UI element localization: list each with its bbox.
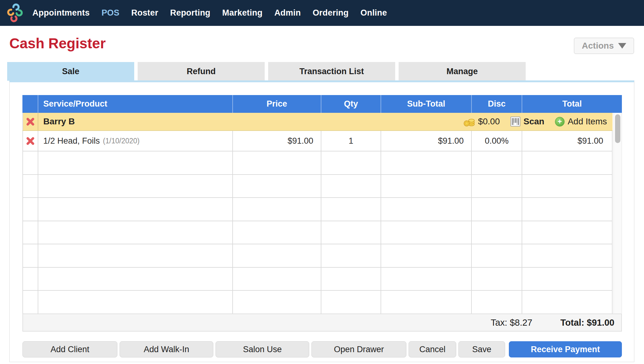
table-header-row: Service/Product Price Qty Sub-Total Disc… <box>22 95 622 113</box>
item-price-cell: $91.00 <box>233 131 321 151</box>
empty-cell <box>522 221 613 244</box>
nav-menu: AppointmentsPOSRosterReportingMarketingA… <box>32 8 387 18</box>
bottom-button-bar: Add ClientAdd Walk-InSalon UseOpen Drawe… <box>22 341 622 357</box>
empty-cell <box>522 175 613 198</box>
empty-cell <box>22 198 38 221</box>
nav-item-ordering[interactable]: Ordering <box>313 8 349 18</box>
tab-sale[interactable]: Sale <box>7 62 134 81</box>
empty-cell <box>472 175 522 198</box>
save-button[interactable]: Save <box>458 341 505 357</box>
actions-button[interactable]: Actions <box>574 38 634 54</box>
empty-cell <box>522 198 613 221</box>
register-tabs: SaleRefundTransaction ListManage <box>7 62 526 81</box>
cancel-button[interactable]: Cancel <box>409 341 456 357</box>
client-row-tools: $0.00 Scan + Add Items <box>464 117 613 127</box>
empty-row <box>22 291 613 314</box>
empty-cell <box>381 175 472 198</box>
add-items-button[interactable]: + Add Items <box>555 117 607 127</box>
remove-item-button[interactable] <box>22 131 38 151</box>
item-subtotal-cell: $91.00 <box>381 131 472 151</box>
receive-payment-button[interactable]: Receive Payment <box>509 341 622 357</box>
brand-logo-icon[interactable] <box>7 3 23 23</box>
page-title: Cash Register <box>9 35 106 52</box>
barcode-icon <box>510 117 520 127</box>
empty-cell <box>22 175 38 198</box>
empty-cell <box>472 151 522 174</box>
top-nav-bar: AppointmentsPOSRosterReportingMarketingA… <box>0 0 644 26</box>
client-balance-value: $0.00 <box>478 117 500 127</box>
empty-cell <box>38 221 233 244</box>
empty-cell <box>522 151 613 174</box>
empty-cell <box>321 244 381 267</box>
empty-cell <box>38 291 233 314</box>
item-service-product-cell: 1/2 Head, Foils (1/10/2020) <box>38 131 233 151</box>
nav-item-admin[interactable]: Admin <box>274 8 301 18</box>
salon-use-button[interactable]: Salon Use <box>215 341 309 357</box>
remove-client-button[interactable] <box>22 113 38 130</box>
actions-button-label: Actions <box>582 41 614 51</box>
scan-button[interactable]: Scan <box>510 117 544 127</box>
empty-cell <box>381 198 472 221</box>
column-header-qty: Qty <box>321 95 381 113</box>
empty-cell <box>321 291 381 314</box>
empty-cell <box>522 291 613 314</box>
empty-cell <box>38 151 233 174</box>
empty-cell <box>22 221 38 244</box>
empty-cell <box>22 151 38 174</box>
item-date: (1/10/2020) <box>103 137 140 145</box>
nav-item-marketing[interactable]: Marketing <box>222 8 263 18</box>
chevron-down-icon <box>618 43 626 49</box>
empty-cell <box>472 244 522 267</box>
empty-cell <box>233 221 321 244</box>
tab-transaction-list[interactable]: Transaction List <box>268 62 395 81</box>
column-header-total: Total <box>522 95 622 113</box>
tab-manage[interactable]: Manage <box>399 62 526 81</box>
empty-rows <box>22 151 613 314</box>
nav-item-roster[interactable]: Roster <box>131 8 159 18</box>
empty-cell <box>233 151 321 174</box>
nav-item-reporting[interactable]: Reporting <box>170 8 210 18</box>
add-items-label: Add Items <box>568 117 607 127</box>
item-name: 1/2 Head, Foils <box>43 136 100 146</box>
empty-cell <box>22 244 38 267</box>
empty-cell <box>381 268 472 290</box>
client-row-content: Barry B $0.00 Scan + <box>38 113 613 130</box>
empty-cell <box>381 151 472 174</box>
client-name: Barry B <box>38 117 75 127</box>
add-walk-in-button[interactable]: Add Walk-In <box>120 341 213 357</box>
empty-cell <box>321 175 381 198</box>
empty-cell <box>321 268 381 290</box>
column-header-subtotal: Sub-Total <box>381 95 472 113</box>
table-scrollbar-thumb[interactable] <box>615 114 620 143</box>
empty-cell <box>38 175 233 198</box>
empty-cell <box>233 175 321 198</box>
coins-icon <box>464 117 475 127</box>
totals-bar: Tax: $8.27 Total: $91.00 <box>22 314 622 332</box>
item-total-cell: $91.00 <box>522 131 613 151</box>
empty-cell <box>381 221 472 244</box>
empty-cell <box>321 151 381 174</box>
empty-cell <box>381 244 472 267</box>
open-drawer-button[interactable]: Open Drawer <box>311 341 406 357</box>
table-body: Barry B $0.00 Scan + <box>22 113 613 314</box>
empty-cell <box>233 268 321 290</box>
nav-item-online[interactable]: Online <box>361 8 387 18</box>
tab-refund[interactable]: Refund <box>138 62 265 81</box>
tax-total: Tax: $8.27 <box>491 318 533 328</box>
add-client-button[interactable]: Add Client <box>22 341 117 357</box>
table-scrollbar-track[interactable] <box>613 113 622 313</box>
client-row: Barry B $0.00 Scan + <box>22 113 613 131</box>
empty-row <box>22 151 613 175</box>
empty-cell <box>22 291 38 314</box>
client-balance-button[interactable]: $0.00 <box>464 117 500 127</box>
column-header-service-product: Service/Product <box>38 95 233 113</box>
column-header-disc: Disc <box>472 95 522 113</box>
scan-label: Scan <box>523 117 544 127</box>
nav-item-pos[interactable]: POS <box>102 8 120 18</box>
empty-cell <box>38 198 233 221</box>
delete-x-icon <box>26 117 35 126</box>
nav-item-appointments[interactable]: Appointments <box>32 8 90 18</box>
empty-cell <box>321 221 381 244</box>
empty-cell <box>233 244 321 267</box>
column-header-delete <box>22 95 38 113</box>
